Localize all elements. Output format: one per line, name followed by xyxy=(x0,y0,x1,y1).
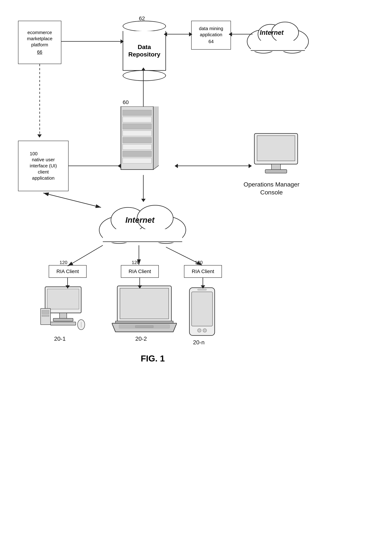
device-3-label: 20-n xyxy=(193,339,205,346)
svg-rect-44 xyxy=(50,322,76,325)
svg-rect-28 xyxy=(103,229,182,243)
device-1-label: 20-1 xyxy=(54,336,66,342)
svg-rect-46 xyxy=(42,310,49,314)
native-ui-text: native userinterface (UI)clientapplicati… xyxy=(30,157,57,181)
data-repository: Data Repository xyxy=(123,21,166,81)
svg-rect-20 xyxy=(257,136,295,161)
cylinder-top xyxy=(123,21,166,32)
svg-line-37 xyxy=(68,245,103,266)
svg-rect-51 xyxy=(120,288,169,319)
device-2-label: 20-2 xyxy=(135,336,147,342)
internet-cloud-top: Internet xyxy=(245,14,310,54)
svg-rect-15 xyxy=(123,137,152,143)
arrow-head-left-3 xyxy=(118,164,121,168)
svg-rect-41 xyxy=(47,289,79,309)
server-rack xyxy=(119,106,159,176)
svg-line-39 xyxy=(166,247,202,265)
svg-rect-5 xyxy=(251,41,305,51)
svg-rect-13 xyxy=(123,124,152,129)
svg-rect-58 xyxy=(197,289,207,290)
ecommerce-number: 66 xyxy=(27,49,53,55)
svg-rect-16 xyxy=(123,144,152,150)
svg-rect-22 xyxy=(265,169,287,173)
svg-rect-47 xyxy=(42,315,49,317)
ops-manager-computer xyxy=(251,132,301,177)
ecommerce-label: ecommercemarketplaceplatform xyxy=(27,30,53,48)
data-mining-number: 64 xyxy=(199,39,223,45)
svg-rect-57 xyxy=(192,292,212,326)
arrow-mining-to-internet xyxy=(231,34,253,34)
native-ui-number: 100 xyxy=(30,151,57,157)
device-3-mobile xyxy=(186,287,218,338)
arrows-internet-to-ria xyxy=(54,244,217,271)
svg-rect-18 xyxy=(123,158,152,163)
arrow-server-to-internet xyxy=(143,175,144,200)
arrow-head-down-1 xyxy=(37,134,42,138)
ecommerce-box: ecommercemarketplaceplatform 66 xyxy=(18,21,61,64)
arrow-head-left-1 xyxy=(164,32,167,36)
native-ui-box: 100 native userinterface (UI)clientappli… xyxy=(18,141,69,191)
svg-rect-55 xyxy=(135,325,153,328)
arrow-head-left-2 xyxy=(229,32,232,36)
arrow-head-right-2 xyxy=(189,32,192,36)
dashed-line-ecommerce xyxy=(39,64,41,136)
internet-top-label: Internet xyxy=(260,29,283,36)
arrow-repo-to-mining xyxy=(166,34,191,34)
svg-line-33 xyxy=(43,193,101,207)
arrow-head-left-4 xyxy=(175,164,178,168)
data-repo-text: Data Repository xyxy=(123,43,165,58)
data-mining-label: data miningapplication xyxy=(199,26,223,38)
svg-rect-21 xyxy=(272,164,281,169)
svg-rect-17 xyxy=(123,151,152,157)
svg-marker-10 xyxy=(153,106,159,169)
arrow-ecommerce-to-repo xyxy=(61,41,123,42)
fig-caption: FIG. 1 xyxy=(141,353,165,363)
ops-manager-label: Operations ManagerConsole xyxy=(244,180,299,196)
arrow-head-up-1 xyxy=(141,67,146,71)
arrow-internet-to-native-svg xyxy=(40,191,112,209)
data-repo-number-label: 62 xyxy=(139,15,145,22)
arrow-ops-to-server xyxy=(177,166,251,166)
svg-point-59 xyxy=(197,329,201,332)
svg-rect-43 xyxy=(53,318,73,321)
cylinder-bottom xyxy=(123,70,166,81)
diagram: 62 Data Repository ecommercemarketplacep… xyxy=(0,0,392,542)
internet-bottom-label: Internet xyxy=(125,216,154,225)
server-number-label: 60 xyxy=(123,99,129,105)
svg-rect-52 xyxy=(115,321,173,323)
arrow-head-right-1 xyxy=(120,39,124,44)
arrow-native-to-server xyxy=(69,166,120,166)
arrow-head-down-ria2 xyxy=(138,285,142,289)
arrow-head-down-ria3 xyxy=(201,285,205,289)
arrow-server-to-repo xyxy=(143,70,144,106)
arrow-head-right-3 xyxy=(249,164,252,168)
svg-rect-42 xyxy=(60,313,67,318)
data-mining-box: data miningapplication 64 xyxy=(191,21,231,50)
svg-rect-11 xyxy=(123,110,152,115)
arrow-head-down-2 xyxy=(141,199,146,202)
svg-rect-14 xyxy=(123,130,152,136)
cylinder-body: Data Repository xyxy=(123,31,166,71)
device-2-laptop xyxy=(112,285,177,334)
device-1-computer xyxy=(40,285,90,333)
arrow-head-down-ria1 xyxy=(65,285,70,289)
svg-rect-12 xyxy=(123,117,152,122)
svg-point-60 xyxy=(203,329,207,332)
